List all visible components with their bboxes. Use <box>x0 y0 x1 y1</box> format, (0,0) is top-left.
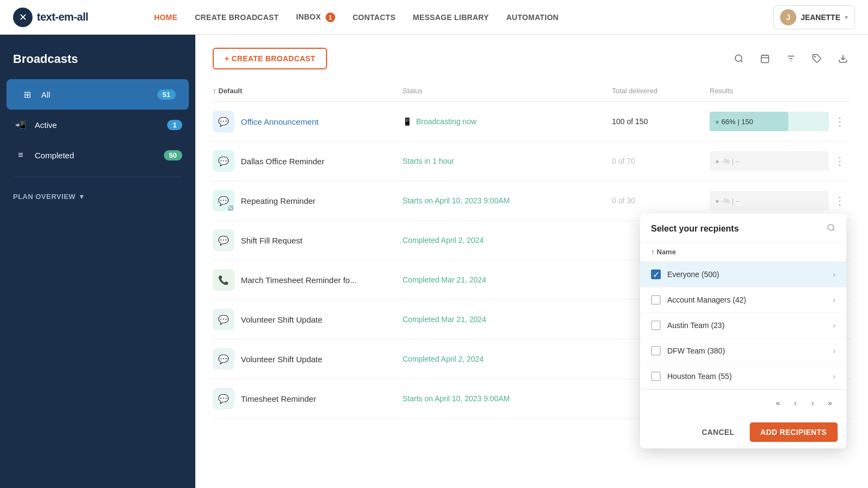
user-name: JEANETTE <box>801 13 840 22</box>
item-name-account-managers: Account Managers (42) <box>667 296 826 304</box>
delivered-cell: 0 of 30 <box>612 196 710 205</box>
status-cell: Starts on April 10, 2023 9:00AM <box>403 394 612 403</box>
next-page-button[interactable]: › <box>805 395 820 410</box>
svg-line-12 <box>833 229 834 231</box>
status-text: Completed April 2, 2024 <box>403 355 483 363</box>
broadcast-name: Volunteer Shift Update <box>241 355 322 364</box>
sidebar-item-all[interactable]: ⊞ All 51 <box>7 79 189 110</box>
dropdown-search-icon[interactable] <box>827 223 835 234</box>
col-actions <box>829 87 851 95</box>
nav-home[interactable]: HOME <box>154 13 177 22</box>
nav-message-library[interactable]: MESSAGE LIBRARY <box>413 13 489 22</box>
status-cell: Completed Mar 21, 2024 <box>403 275 612 284</box>
broadcast-name[interactable]: Office Announcement <box>241 117 318 126</box>
dropdown-pagination: « ‹ › » <box>640 389 846 416</box>
sidebar-item-active[interactable]: 📲 Active 1 <box>0 110 195 140</box>
broadcast-name: Shift Fill Request <box>241 236 302 245</box>
results-muted: ● -% | – <box>710 191 829 210</box>
download-icon[interactable] <box>835 51 851 66</box>
svg-point-0 <box>735 55 742 61</box>
table-row: 💬 Office Announcement 📱 Broadcasting now… <box>213 102 851 142</box>
cancel-button[interactable]: CANCEL <box>693 423 743 441</box>
toolbar-icons <box>731 51 851 66</box>
plan-overview-chevron: ▾ <box>80 192 84 201</box>
checkbox-houston-team[interactable] <box>651 371 661 381</box>
more-button[interactable]: ⋮ <box>829 194 851 207</box>
dropdown-header: Select your recpients <box>640 214 846 242</box>
nav-inbox[interactable]: INBOX 1 <box>296 12 335 22</box>
prev-page-button[interactable]: ‹ <box>788 395 803 410</box>
col-status: Status <box>403 87 612 95</box>
checkbox-everyone[interactable]: ✓ <box>651 269 661 279</box>
chevron-icon: › <box>833 321 835 330</box>
chevron-icon: › <box>833 270 835 279</box>
more-button[interactable]: ⋮ <box>829 115 851 128</box>
broadcast-name: Repeating Reminder <box>241 196 316 206</box>
results-muted: ● -% | – <box>710 151 829 171</box>
first-page-button[interactable]: « <box>770 395 786 410</box>
results-cell: ● -% | – <box>710 191 829 210</box>
calendar-icon[interactable] <box>757 51 773 66</box>
dropdown-item-everyone[interactable]: ✓ Everyone (500) › <box>640 262 846 287</box>
search-icon[interactable] <box>731 51 746 66</box>
more-button[interactable]: ⋮ <box>829 155 851 168</box>
broadcast-icon: 💬 <box>213 348 234 370</box>
filter-icon[interactable] <box>783 51 799 66</box>
results-bar: ● 66% | 150 <box>710 112 829 131</box>
item-name-dfw-team: DFW Team (380) <box>667 346 826 355</box>
active-count: 1 <box>167 120 182 130</box>
status-text: Starts on April 10, 2023 9:00AM <box>403 394 510 403</box>
broadcast-name-cell: 💬 Dallas Office Reminder <box>213 150 403 172</box>
chevron-icon: › <box>833 346 835 355</box>
broadcast-name-cell: 💬 Volunteer Shift Update <box>213 309 403 330</box>
last-page-button[interactable]: » <box>822 395 838 410</box>
dropdown-item-account-managers[interactable]: Account Managers (42) › <box>640 287 846 313</box>
status-cell: Starts on April 10, 2023 9:00AM <box>403 196 612 205</box>
completed-icon: ≡ <box>13 147 28 163</box>
recipient-dropdown: Select your recpients ↑ Name ✓ Everyone … <box>640 214 846 448</box>
dropdown-item-houston-team[interactable]: Houston Team (55) › <box>640 364 846 389</box>
item-name-austin-team: Austin Team (23) <box>667 321 826 330</box>
checkbox-account-managers[interactable] <box>651 295 661 305</box>
col-default[interactable]: ↑ Default <box>213 87 403 95</box>
checkbox-dfw-team[interactable] <box>651 346 661 356</box>
label-icon[interactable] <box>809 51 825 66</box>
svg-line-1 <box>741 60 742 62</box>
svg-rect-2 <box>761 55 769 63</box>
table-header: ↑ Default Status Total delivered Results <box>213 82 851 102</box>
broadcast-icon: 💬 <box>213 229 234 251</box>
body-layout: Broadcasts ⊞ All 51 📲 Active 1 ≡ Complet… <box>0 35 868 488</box>
dropdown-col-header: ↑ Name <box>640 242 846 262</box>
broadcast-icon: 💬 <box>213 111 234 132</box>
user-avatar: J <box>780 9 796 25</box>
dropdown-item-dfw-team[interactable]: DFW Team (380) › <box>640 338 846 364</box>
completed-count: 50 <box>164 150 182 160</box>
broadcast-name: March Timesheet Reminder fo... <box>241 275 356 285</box>
add-recipients-button[interactable]: ADD RECIPIENTS <box>750 422 838 442</box>
broadcast-name: Timesheet Reminder <box>241 394 316 403</box>
nav-automation[interactable]: AUTOMATION <box>506 13 559 22</box>
plan-overview[interactable]: PLAN OVERVIEW ▾ <box>0 184 195 209</box>
results-cell: ● -% | – <box>710 151 829 171</box>
inbox-badge: 1 <box>326 12 335 22</box>
logo-icon: ✕ <box>13 8 33 27</box>
broadcast-icon: 💬 <box>213 150 234 172</box>
delivered-cell: 0 of 70 <box>612 157 710 165</box>
nav-create-broadcast[interactable]: CREATE BROADCAST <box>195 13 279 22</box>
top-nav: ✕ text-em-all HOME CREATE BROADCAST INBO… <box>0 0 868 35</box>
nav-contacts[interactable]: CONTACTS <box>353 13 395 22</box>
item-name-houston-team: Houston Team (55) <box>667 372 826 381</box>
broadcast-icon: 💬🔄 <box>213 190 234 211</box>
broadcast-name: Dallas Office Reminder <box>241 157 324 166</box>
status-cell: Completed Mar 21, 2024 <box>403 315 612 324</box>
create-broadcast-button[interactable]: + CREATE BROADCAST <box>213 48 327 69</box>
sidebar-label-completed: Completed <box>35 151 157 160</box>
all-count: 51 <box>157 89 176 100</box>
user-menu[interactable]: J JEANETTE ▾ <box>773 5 855 29</box>
svg-point-11 <box>828 224 834 230</box>
dropdown-item-austin-team[interactable]: Austin Team (23) › <box>640 313 846 338</box>
sidebar-divider <box>13 177 182 177</box>
nav-links: HOME CREATE BROADCAST INBOX 1 CONTACTS M… <box>122 12 773 22</box>
sidebar-item-completed[interactable]: ≡ Completed 50 <box>0 140 195 170</box>
checkbox-austin-team[interactable] <box>651 320 661 330</box>
